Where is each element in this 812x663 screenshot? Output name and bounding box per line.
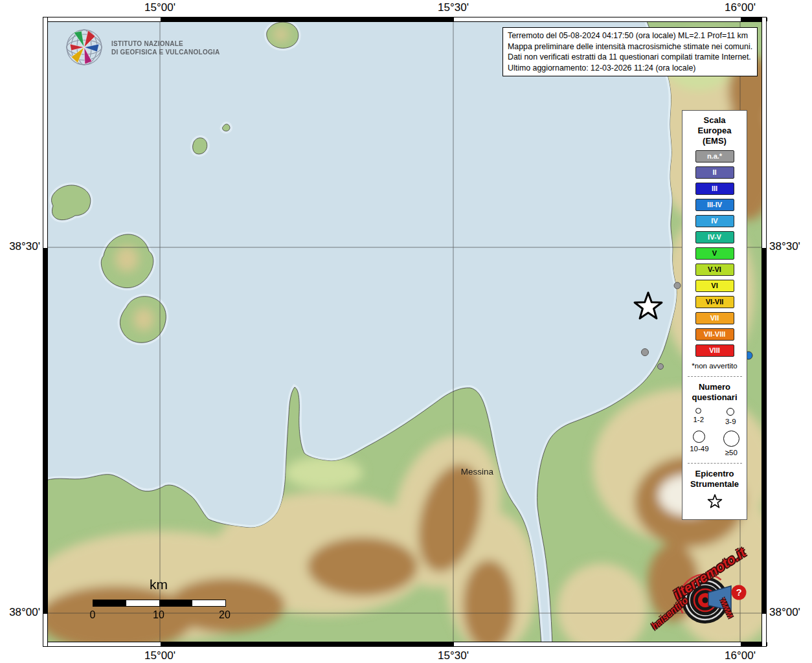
size-label: 10-49 bbox=[690, 445, 708, 453]
questionnaire-size-4: ≥50 bbox=[723, 431, 739, 456]
size-circle-icon bbox=[693, 431, 705, 443]
intensity-map-page: Messina 15°00' 15°30' 16°00' 15°00' 15°3… bbox=[0, 0, 812, 663]
scale-bar bbox=[93, 600, 226, 607]
event-info-line4: Ultimo aggiornamento: 12-03-2026 11:24 (… bbox=[508, 63, 752, 74]
event-info-line1: Terremoto del 05-08-2024 04:17:50 (ora l… bbox=[508, 30, 752, 41]
size-circle-icon bbox=[727, 408, 734, 416]
institute-name-line2: DI GEOFISICA E VULCANOLOGIA bbox=[111, 48, 220, 56]
city-label-messina: Messina bbox=[461, 467, 494, 477]
ems-swatch-viii: VIII bbox=[695, 344, 734, 357]
ingv-logo: ISTITUTO NAZIONALE DI GEOFISICA E VULCAN… bbox=[65, 28, 220, 67]
size-label: 3-9 bbox=[725, 418, 736, 425]
event-info-line2: Mappa preliminare delle intensità macros… bbox=[508, 41, 752, 52]
lon-label-bottom-3: 16°00' bbox=[714, 649, 766, 662]
questionnaire-size-3: 10-49 bbox=[690, 431, 708, 456]
scalebar-unit-label: km bbox=[139, 577, 178, 592]
map-frame-left bbox=[43, 17, 48, 647]
questionnaires-title-line2: questionari bbox=[682, 392, 747, 403]
size-label: ≥50 bbox=[725, 449, 738, 456]
ems-swatch-iii-iv: III-IV bbox=[695, 199, 734, 211]
intensity-point-na bbox=[642, 349, 649, 356]
lat-label-left-1: 38°30' bbox=[1, 240, 40, 253]
size-label: 1-2 bbox=[693, 416, 704, 423]
scalebar-tick-0: 0 bbox=[80, 609, 106, 621]
scalebar-tick-20: 20 bbox=[212, 609, 238, 621]
intensity-point-na bbox=[674, 282, 681, 289]
questionnaire-size-2: 3-9 bbox=[725, 408, 736, 425]
haisentitoilterremoto-watermark: ? ilterremoto.it haisentito www. bbox=[648, 547, 777, 647]
ems-swatch-iii: III bbox=[695, 183, 734, 195]
lat-label-right-1: 38°30' bbox=[769, 240, 811, 253]
ems-swatch-na: n.a.* bbox=[695, 150, 734, 163]
size-circle-icon bbox=[695, 408, 701, 414]
legend-divider bbox=[688, 463, 742, 464]
ems-swatch-vii: VII bbox=[695, 312, 734, 324]
lon-label-top-1: 15°00' bbox=[134, 1, 186, 14]
lon-label-top-3: 16°00' bbox=[714, 1, 766, 14]
institute-name-line1: ISTITUTO NAZIONALE bbox=[111, 39, 220, 48]
ems-swatch-ii: II bbox=[695, 166, 734, 179]
legend-star-icon bbox=[706, 493, 723, 510]
epicenter-title-line1: Epicentro bbox=[682, 469, 747, 479]
intensity-point-na bbox=[658, 364, 664, 370]
ingv-globe-icon bbox=[65, 28, 105, 67]
lon-label-top-2: 15°30' bbox=[427, 1, 479, 14]
island-panarea bbox=[193, 138, 207, 154]
ems-swatch-iv-v: IV-V bbox=[695, 231, 734, 243]
watermark-question-mark: ? bbox=[736, 587, 741, 598]
lon-label-bottom-1: 15°00' bbox=[134, 649, 186, 662]
legend-title-line1: Scala bbox=[682, 115, 747, 126]
ems-swatch-v-vi: V-VI bbox=[695, 264, 734, 276]
legend-divider bbox=[688, 376, 742, 377]
ems-swatch-iv: IV bbox=[695, 215, 734, 227]
questionnaires-title-line1: Numero bbox=[682, 382, 747, 392]
ems-swatch-vi: VI bbox=[695, 280, 734, 292]
ems-legend: Scala Europea (EMS) n.a.* II III III-IV … bbox=[682, 110, 747, 520]
map-frame-top bbox=[43, 17, 767, 22]
ems-swatch-vi-vii: VI-VII bbox=[695, 296, 734, 308]
size-circle-icon bbox=[723, 431, 739, 447]
legend-footnote: *non avvertito bbox=[682, 362, 747, 370]
lat-label-left-2: 38°00' bbox=[1, 606, 40, 619]
legend-title-line2: Europea bbox=[682, 126, 747, 136]
ems-swatch-vii-viii: VII-VIII bbox=[695, 328, 734, 341]
event-info-line3: Dati non verificati estratti da 11 quest… bbox=[508, 52, 752, 63]
lon-label-bottom-2: 15°30' bbox=[427, 649, 479, 662]
legend-title-line3: (EMS) bbox=[682, 136, 747, 146]
scalebar-tick-10: 10 bbox=[146, 609, 172, 621]
epicenter-title-line2: Strumentale bbox=[682, 479, 747, 489]
questionnaire-size-1: 1-2 bbox=[693, 408, 704, 425]
event-info-box: Terremoto del 05-08-2024 04:17:50 (ora l… bbox=[502, 27, 758, 76]
institute-name: ISTITUTO NAZIONALE DI GEOFISICA E VULCAN… bbox=[111, 39, 220, 56]
ems-swatch-v: V bbox=[695, 247, 734, 260]
